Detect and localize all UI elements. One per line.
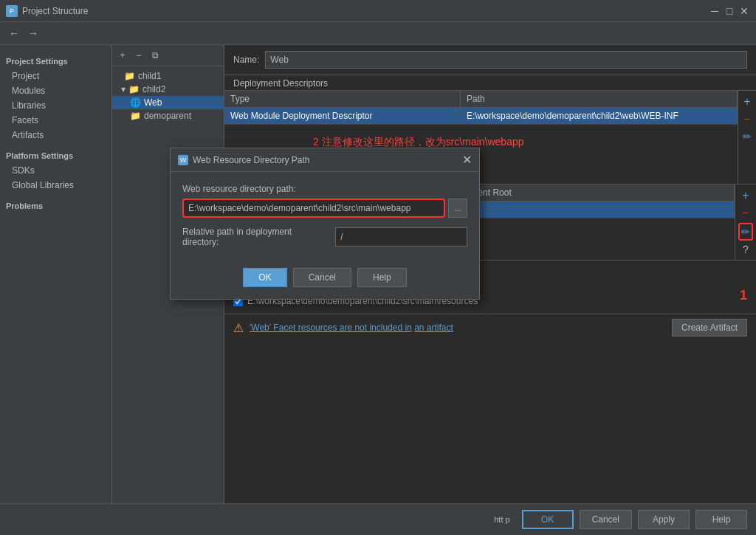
title-bar-controls: ─ □ ✕ xyxy=(709,5,750,17)
apply-button[interactable]: Apply xyxy=(638,510,690,529)
tree-item-child2[interactable]: ▾ 📁 child2 xyxy=(112,83,224,96)
table-cell-type: Web Module Deployment Descriptor xyxy=(224,108,461,124)
sidebar-item-facets[interactable]: Facets xyxy=(0,113,111,128)
dialog-title-bar: W Web Resource Directory Path ✕ xyxy=(171,148,479,172)
sidebar-item-project[interactable]: Project xyxy=(0,69,111,83)
dialog-cancel-button[interactable]: Cancel xyxy=(293,268,351,287)
edit-deployment-button[interactable]: ✏ xyxy=(741,129,753,144)
warning-text: 'Web' Facet resources are not included i… xyxy=(250,322,666,333)
project-settings-title: Project Settings xyxy=(0,51,111,69)
toolbar: ← → xyxy=(0,22,756,45)
name-row: Name: xyxy=(224,45,756,75)
remove-webres-button[interactable]: − xyxy=(740,205,750,221)
warning-icon: ⚠ xyxy=(233,321,244,335)
back-button[interactable]: ← xyxy=(6,25,22,41)
tree-copy-button[interactable]: ⧉ xyxy=(148,48,162,63)
bottom-hint: htt p xyxy=(9,515,516,524)
header-type: Type xyxy=(224,91,461,107)
folder-icon-demoparent: 📁 xyxy=(118,111,141,121)
help-button[interactable]: Help xyxy=(695,510,747,529)
dialog-help-button[interactable]: Help xyxy=(357,268,407,287)
dialog-buttons: OK Cancel Help xyxy=(171,262,479,299)
dialog-field1-label: Web resource directory path: xyxy=(182,184,467,194)
window-title: Project Structure xyxy=(22,6,88,16)
title-bar-left: P Project Structure xyxy=(6,5,88,17)
tree-item-web-label: Web xyxy=(144,97,162,108)
dialog-close-button[interactable]: ✕ xyxy=(462,153,472,167)
help-webres-button[interactable]: ? xyxy=(741,242,750,257)
edit-webres-button-wrapper: ✏ xyxy=(738,223,753,241)
tree-remove-button[interactable]: − xyxy=(131,48,146,63)
side-buttons-bottom: + − ✏ ? xyxy=(735,184,756,260)
tree-item-web[interactable]: 🌐 Web xyxy=(112,96,224,109)
dialog-content: Web resource directory path: ... Relativ… xyxy=(171,172,479,262)
add-deployment-button[interactable]: + xyxy=(742,94,752,110)
folder-icon-child2: 📁 xyxy=(128,84,140,94)
header-path: Path xyxy=(461,91,738,107)
create-artifact-button[interactable]: Create Artifact xyxy=(672,319,747,336)
tree-item-demoparent[interactable]: 📁 demoparent xyxy=(112,109,224,122)
name-input[interactable] xyxy=(265,51,747,69)
dialog-title: Web Resource Directory Path xyxy=(193,155,310,165)
table-cell-path: E:\workspace\demo\demoparent\child2\web\… xyxy=(461,108,738,124)
tree-items: 📁 child1 ▾ 📁 child2 🌐 Web 📁 demopa xyxy=(112,66,224,125)
web-resource-dialog: W Web Resource Directory Path ✕ Web reso… xyxy=(170,148,480,300)
dialog-relative-path-input[interactable] xyxy=(335,227,467,246)
warning-bar: ⚠ 'Web' Facet resources are not included… xyxy=(224,314,756,341)
problems-label[interactable]: Problems xyxy=(0,193,111,213)
edit-webres-button[interactable]: ✏ xyxy=(740,224,752,239)
sidebar: Project Settings Project Modules Librari… xyxy=(0,45,112,503)
dialog-title-left: W Web Resource Directory Path xyxy=(178,155,310,165)
table-header-row: Type Path xyxy=(224,91,738,108)
deployment-descriptors-title: Deployment Descriptors xyxy=(224,75,756,91)
close-button[interactable]: ✕ xyxy=(738,5,750,17)
sidebar-item-sdks[interactable]: SDKs xyxy=(0,163,111,178)
sidebar-item-modules[interactable]: Modules xyxy=(0,83,111,98)
tree-add-button[interactable]: + xyxy=(115,48,130,63)
tree-item-child1[interactable]: 📁 child1 xyxy=(112,69,224,83)
minimize-button[interactable]: ─ xyxy=(709,5,721,17)
dialog-browse-button[interactable]: ... xyxy=(448,199,467,218)
dialog-field2-label: Relative path in deployment directory: xyxy=(182,227,329,247)
name-label: Name: xyxy=(233,55,259,65)
tree-item-child2-label: child2 xyxy=(142,84,165,94)
forward-button[interactable]: → xyxy=(25,25,41,41)
ok-button[interactable]: OK xyxy=(522,510,574,529)
bottom-bar: htt p OK Cancel Apply Help xyxy=(0,503,756,535)
side-buttons-top: + − ✏ xyxy=(738,91,756,184)
add-webres-button[interactable]: + xyxy=(740,187,750,204)
table-row[interactable]: Web Module Deployment Descriptor E:\work… xyxy=(224,108,738,125)
project-icon: P xyxy=(6,5,18,17)
platform-settings-title: Platform Settings xyxy=(0,142,111,163)
dialog-field2-row: Relative path in deployment directory: xyxy=(182,227,467,247)
warning-link[interactable]: an artifact xyxy=(414,322,453,333)
arrow-child2: ▾ xyxy=(118,84,126,94)
tree-item-child1-label: child1 xyxy=(138,71,161,81)
tree-item-demoparent-label: demoparent xyxy=(144,111,191,121)
dialog-icon: W xyxy=(178,155,188,165)
remove-deployment-button[interactable]: − xyxy=(742,111,752,128)
folder-icon-child1: 📁 xyxy=(118,71,135,81)
maximize-button[interactable]: □ xyxy=(724,5,735,17)
cancel-button[interactable]: Cancel xyxy=(580,510,632,529)
sidebar-item-artifacts[interactable]: Artifacts xyxy=(0,128,111,142)
tree-toolbar: + − ⧉ xyxy=(112,45,224,66)
web-icon: 🌐 xyxy=(118,97,141,108)
sidebar-item-libraries[interactable]: Libraries xyxy=(0,98,111,113)
title-bar: P Project Structure ─ □ ✕ xyxy=(0,0,756,22)
dialog-path-input[interactable] xyxy=(182,199,445,218)
warning-text-content: 'Web' Facet resources are not included i… xyxy=(250,322,412,333)
dialog-ok-button[interactable]: OK xyxy=(243,268,286,287)
sidebar-item-global-libraries[interactable]: Global Libraries xyxy=(0,178,111,193)
dialog-input-row1: ... xyxy=(182,199,467,218)
